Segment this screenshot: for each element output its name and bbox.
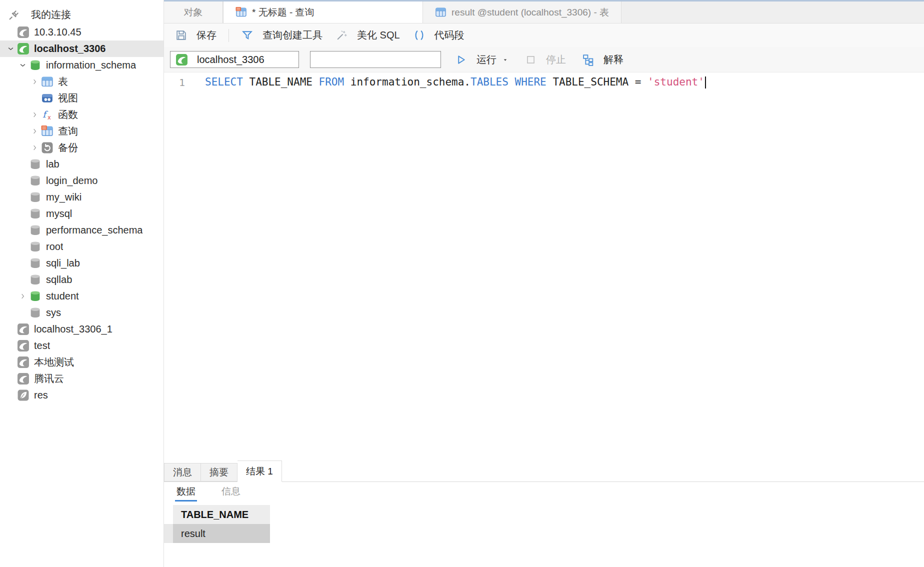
- query-builder-button[interactable]: 查询创建工具: [235, 24, 328, 47]
- tab-query[interactable]: * 无标题 - 查询: [223, 2, 423, 23]
- tree-item-label: sys: [46, 307, 61, 318]
- tabbar-empty-space: [622, 2, 924, 23]
- stop-button[interactable]: 停止: [518, 47, 572, 72]
- grid-cell[interactable]: result: [173, 524, 270, 543]
- tree-item-label: sqli_lab: [46, 258, 80, 269]
- connections-root[interactable]: 我的连接: [0, 5, 164, 24]
- mysql-gray-icon: [17, 340, 30, 352]
- plug-icon: [8, 8, 20, 21]
- results-tab[interactable]: 结果 1: [238, 460, 282, 482]
- row-selector-gutter[interactable]: [164, 524, 173, 543]
- tree-item[interactable]: sqllab: [0, 272, 164, 288]
- db-gray-icon: [29, 158, 42, 170]
- tree-item[interactable]: student: [0, 288, 164, 304]
- document-tabbar: 对象* 无标题 - 查询result @student (localhost_3…: [164, 2, 924, 24]
- tab-label: result @student (localhost_3306) - 表: [452, 6, 609, 19]
- grid-row[interactable]: result: [164, 524, 924, 543]
- tree-item[interactable]: 腾讯云: [0, 370, 164, 387]
- tree-item[interactable]: my_wiki: [0, 189, 164, 206]
- tree-item-label: 视图: [58, 92, 78, 105]
- tree-item-label: lab: [46, 158, 60, 170]
- query-builder-label: 查询创建工具: [262, 28, 322, 42]
- db-gray-icon: [29, 208, 42, 220]
- backup-icon: [41, 142, 54, 154]
- tree-item[interactable]: localhost_3306_1: [0, 321, 164, 338]
- result-subtab[interactable]: 数据: [175, 482, 197, 502]
- tree-item[interactable]: 本地测试: [0, 354, 164, 370]
- chevron-down-icon[interactable]: [16, 62, 29, 69]
- chevron-right-icon[interactable]: [28, 111, 41, 118]
- tree-item-label: 表: [58, 75, 68, 88]
- run-label: 运行: [476, 53, 496, 66]
- chevron-right-icon[interactable]: [16, 292, 29, 300]
- editor-gutter: 1: [164, 72, 191, 460]
- tree-item-label: sqllab: [46, 274, 72, 286]
- toolbar-separator: [228, 29, 229, 42]
- tree-item[interactable]: res: [0, 387, 164, 404]
- tree-item-label: mysql: [46, 208, 72, 220]
- mysql-connection-icon: [176, 54, 188, 66]
- tree-item[interactable]: performance_schema: [0, 222, 164, 238]
- tree-item[interactable]: 备份: [0, 140, 164, 156]
- results-tab[interactable]: 消息: [164, 463, 201, 482]
- fx-icon: fx: [41, 108, 54, 121]
- connection-tree: 10.3.10.45localhost_3306information_sche…: [0, 24, 164, 404]
- connections-root-label: 我的连接: [31, 8, 71, 22]
- save-button[interactable]: 保存: [169, 24, 222, 47]
- tree-item-label: 函数: [58, 108, 78, 122]
- db-green-icon: [29, 290, 42, 302]
- tree-item[interactable]: 查询: [0, 123, 164, 140]
- sql-token-plain: TABLE_SCHEMA =: [546, 76, 648, 88]
- tree-item[interactable]: sqli_lab: [0, 255, 164, 272]
- tab-result-table[interactable]: result @student (localhost_3306) - 表: [423, 2, 622, 23]
- tab-label: * 无标题 - 查询: [252, 6, 314, 19]
- code-snippet-button[interactable]: 代码段: [407, 24, 470, 47]
- beautify-sql-button[interactable]: 美化 SQL: [330, 24, 406, 47]
- tree-item[interactable]: login_demo: [0, 172, 164, 189]
- stop-label: 停止: [546, 53, 566, 66]
- navicat-window: 我的连接 10.3.10.45localhost_3306information…: [0, 0, 924, 567]
- tree-item-label: 查询: [58, 124, 78, 138]
- query-toolbar: 保存 查询创建工具 美化 SQL 代码段: [164, 24, 924, 47]
- sql-code-line[interactable]: SELECT TABLE_NAME FROM information_schem…: [191, 72, 706, 460]
- tree-item-label: 10.3.10.45: [34, 26, 82, 38]
- result-grid: TABLE_NAME result: [164, 505, 924, 543]
- database-select[interactable]: [310, 51, 441, 68]
- mysql-green-icon: [17, 42, 30, 55]
- column-header-table-name[interactable]: TABLE_NAME: [173, 505, 270, 524]
- tree-item[interactable]: fx函数: [0, 106, 164, 123]
- sql-editor[interactable]: 1 SELECT TABLE_NAME FROM information_sch…: [164, 72, 924, 460]
- chevron-right-icon[interactable]: [28, 78, 41, 86]
- connection-select[interactable]: localhost_3306: [170, 51, 299, 68]
- db-gray-icon: [29, 306, 42, 319]
- tree-item[interactable]: mysql: [0, 206, 164, 222]
- tab-objects[interactable]: 对象: [164, 2, 223, 23]
- magic-wand-icon: [336, 29, 348, 42]
- chevron-right-icon[interactable]: [28, 144, 41, 152]
- explain-button[interactable]: 解释: [576, 47, 630, 72]
- db-gray-icon: [29, 174, 42, 187]
- tree-item[interactable]: 表: [0, 74, 164, 90]
- tree-item[interactable]: information_schema: [0, 57, 164, 74]
- sql-token-keyword: WHERE: [515, 76, 546, 88]
- tree-item[interactable]: 视图: [0, 90, 164, 106]
- tree-item[interactable]: test: [0, 338, 164, 354]
- tree-item-label: localhost_3306: [34, 43, 106, 54]
- tree-item[interactable]: localhost_3306: [0, 40, 164, 57]
- parentheses-icon: [413, 29, 426, 42]
- tree-item[interactable]: lab: [0, 156, 164, 172]
- chevron-down-icon[interactable]: [4, 45, 17, 52]
- chevron-right-icon[interactable]: [28, 128, 41, 135]
- run-options-caret-icon[interactable]: [502, 56, 508, 63]
- tab-label: 对象: [184, 6, 203, 19]
- results-tab[interactable]: 摘要: [201, 463, 238, 482]
- sql-token-plain: [508, 76, 515, 88]
- result-subtab[interactable]: 信息: [220, 482, 242, 502]
- save-label: 保存: [196, 28, 216, 42]
- run-button[interactable]: 运行: [449, 47, 514, 72]
- tree-item[interactable]: sys: [0, 304, 164, 321]
- tree-item[interactable]: 10.3.10.45: [0, 24, 164, 40]
- run-icon: [455, 54, 468, 66]
- tree-item[interactable]: root: [0, 238, 164, 255]
- grid-body: result: [164, 524, 924, 543]
